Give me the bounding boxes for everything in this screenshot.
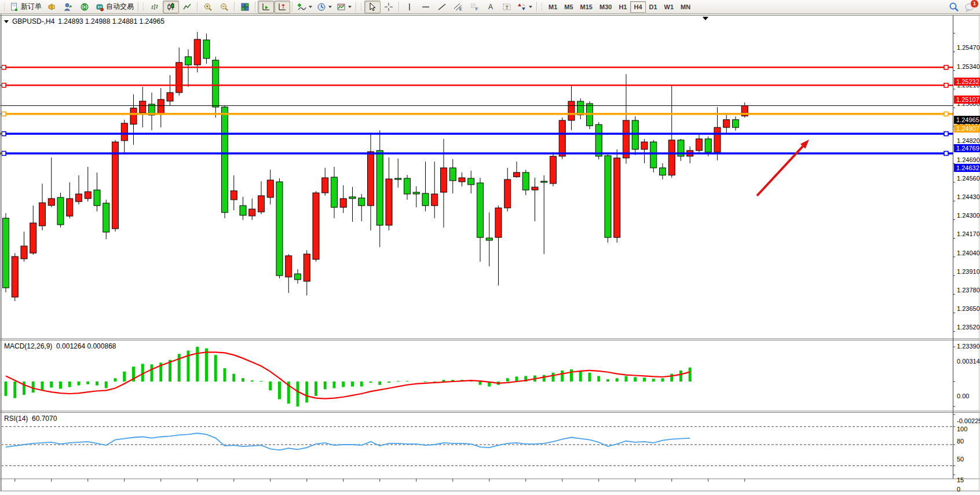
trendline-icon (437, 2, 447, 12)
fibonacci-button[interactable]: F (466, 1, 482, 13)
svg-text:T: T (506, 4, 509, 10)
chart-window: GBPUSD-,H4 1.24893 1.24988 1.24881 1.249… (0, 14, 980, 491)
cursor-button[interactable] (364, 1, 381, 13)
new-order-icon (10, 2, 19, 12)
auto-scroll-button[interactable] (258, 1, 274, 13)
periods-button[interactable] (315, 1, 334, 13)
zoom-in-icon (203, 2, 213, 12)
tab-timeframe-m5[interactable]: M5 (561, 1, 576, 13)
text-label-button[interactable]: T (499, 1, 515, 13)
toolbar-grip[interactable] (142, 2, 145, 12)
toolbar-grip[interactable] (3, 2, 6, 12)
signal-icon (80, 2, 89, 12)
profile-icon (64, 2, 73, 12)
chart-shift-icon (277, 2, 287, 12)
hline-icon (421, 2, 430, 12)
chevron-down-icon (348, 6, 352, 8)
text-icon: A (486, 2, 495, 12)
autotrade-icon (95, 2, 104, 12)
chevron-down-icon (529, 6, 532, 8)
toolbar-grip[interactable] (360, 2, 363, 12)
search-icon (949, 2, 959, 12)
tab-timeframe-m1[interactable]: M1 (545, 1, 561, 13)
channel-icon: E (454, 2, 463, 12)
notification-badge: 1 (970, 0, 979, 8)
news-button[interactable] (44, 1, 60, 13)
templates-button[interactable] (334, 1, 354, 13)
horizontal-line-button[interactable] (418, 1, 434, 13)
fibonacci-icon: F (470, 2, 479, 12)
arrows-icon (517, 2, 526, 12)
chevron-down-icon (309, 6, 312, 8)
autotrade-label: 自动交易 (106, 2, 134, 12)
tile-windows-button[interactable] (237, 1, 253, 13)
svg-text:E: E (459, 7, 462, 11)
tab-timeframe-h4[interactable]: H4 (630, 1, 645, 13)
toolbar: 新订单 自动交易 (0, 0, 980, 14)
line-chart-icon (182, 2, 192, 12)
new-order-button[interactable]: 新订单 (8, 1, 44, 13)
profile-button[interactable] (60, 1, 76, 13)
crosshair-button[interactable] (381, 1, 397, 13)
autotrade-button[interactable]: 自动交易 (93, 1, 136, 13)
arrows-button[interactable] (515, 1, 535, 13)
chart-shift-button[interactable] (274, 1, 290, 13)
tile-windows-icon (240, 2, 250, 12)
cursor-icon (368, 2, 377, 12)
text-label-icon: T (502, 2, 511, 12)
indicators-icon (297, 2, 306, 12)
svg-text:A: A (488, 3, 493, 11)
text-button[interactable]: A (482, 1, 499, 13)
tab-timeframe-m30[interactable]: M30 (596, 1, 615, 13)
zoom-in-button[interactable] (200, 1, 216, 13)
auto-scroll-icon (261, 2, 270, 12)
svg-text:F: F (476, 7, 478, 11)
tab-timeframe-w1[interactable]: W1 (661, 1, 678, 13)
zoom-out-icon (220, 2, 229, 12)
new-order-label: 新订单 (21, 2, 42, 12)
crosshair-icon (384, 2, 393, 12)
zoom-out-button[interactable] (216, 1, 232, 13)
line-chart-button[interactable] (179, 1, 195, 13)
tab-timeframe-d1[interactable]: D1 (646, 1, 661, 13)
tab-timeframe-h1[interactable]: H1 (615, 1, 630, 13)
templates-icon (337, 2, 346, 12)
periods-icon (317, 2, 326, 12)
toolbar-grip[interactable] (541, 2, 543, 12)
equidistant-channel-button[interactable]: E (450, 1, 466, 13)
tab-timeframe-m15[interactable]: M15 (577, 1, 596, 13)
horn-icon (47, 2, 57, 12)
bar-chart-icon (150, 2, 159, 12)
bar-chart-button[interactable] (147, 1, 163, 13)
chevron-down-icon (328, 6, 332, 8)
vline-icon (405, 2, 414, 12)
tab-timeframe-mn[interactable]: MN (677, 1, 694, 13)
main-chart-canvas[interactable] (0, 14, 980, 495)
trendline-button[interactable] (434, 1, 450, 13)
signals-button[interactable] (76, 1, 93, 13)
indicators-button[interactable] (295, 1, 315, 13)
candlestick-icon (166, 2, 175, 12)
notifications-button[interactable]: 1 (962, 1, 978, 13)
vertical-line-button[interactable] (401, 1, 418, 13)
candlestick-chart-button[interactable] (163, 1, 179, 13)
search-button[interactable] (946, 1, 962, 13)
